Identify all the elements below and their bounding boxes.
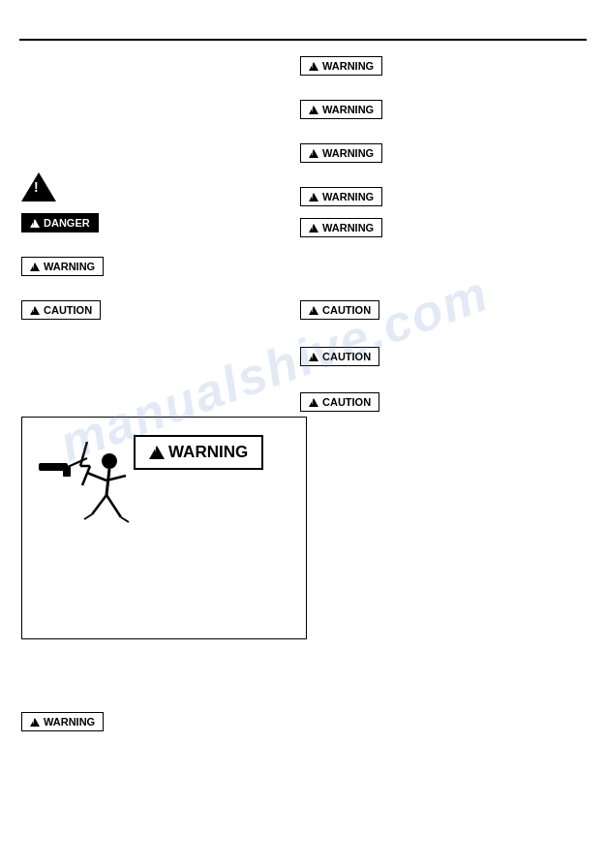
danger-label: DANGER [21,213,99,232]
svg-line-8 [87,473,106,480]
warning-tri-r4 [309,193,318,202]
svg-line-2 [82,466,90,485]
svg-line-7 [106,469,109,495]
svg-line-11 [106,495,121,517]
warning-tri-r2 [309,106,318,114]
warning-badge-r5: WARNING [300,218,382,237]
triangle-shape [21,172,56,202]
warning-tri-r1 [309,62,318,71]
warning-box-badge: WARNING [134,435,263,470]
warning-badge-r3: WARNING [300,143,382,163]
caution-badge-r3: CAUTION [300,392,379,412]
danger-badge: DANGER [21,213,99,232]
warning-tri-r3 [309,149,318,158]
warning-tri-bottom [30,718,40,727]
caution-tri-r2 [309,353,318,361]
danger-triangle-icon [30,219,40,228]
caution-triangle-icon-left [30,306,40,315]
warning-badge-bottom: WARNING [21,712,104,731]
svg-line-10 [92,495,106,514]
svg-line-0 [80,442,87,466]
warning-label-left: WARNING [21,257,104,276]
warning-badge-left: WARNING [21,257,104,276]
warning-box-triangle-icon [149,446,165,459]
warning-tri-r5 [309,224,318,232]
caution-badge-r1: CAUTION [300,300,379,320]
warning-illustration-box: WARNING [21,417,307,639]
warning-badge-r1: WARNING [300,56,382,76]
svg-line-12 [84,514,92,519]
caution-label-left: CAUTION [21,300,101,320]
svg-line-13 [121,517,129,522]
caution-badge-left: CAUTION [21,300,101,320]
svg-point-6 [102,453,117,469]
warning-badge-r4: WARNING [300,187,382,206]
top-divider [19,39,587,41]
caution-tri-r3 [309,398,318,407]
caution-tri-r1 [309,306,318,315]
warning-triangle-icon-left [30,263,40,271]
large-warning-triangle [21,172,56,202]
svg-rect-4 [63,467,71,477]
caution-badge-r2: CAUTION [300,347,379,366]
warning-badge-r2: WARNING [300,100,382,119]
electrocution-figure-icon [34,432,140,543]
